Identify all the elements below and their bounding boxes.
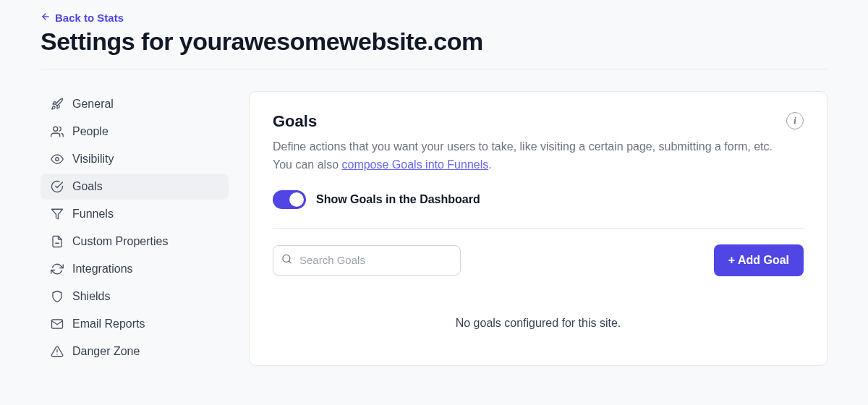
sidebar-item-label: People: [72, 125, 109, 138]
sidebar-item-custom-properties[interactable]: Custom Properties: [41, 229, 229, 255]
arrow-left-icon: [41, 12, 51, 24]
goals-panel: Goals i Define actions that you want you…: [249, 91, 827, 366]
info-icon[interactable]: i: [786, 112, 804, 129]
sidebar-item-label: Funnels: [72, 208, 114, 221]
funnel-icon: [51, 208, 64, 221]
header-divider: [41, 69, 827, 69]
panel-description: Define actions that you want your users …: [273, 138, 793, 174]
sidebar-item-label: Danger Zone: [72, 345, 140, 358]
search-wrap: [273, 245, 461, 276]
panel-title: Goals: [273, 112, 317, 131]
sidebar-item-label: Visibility: [72, 153, 114, 166]
panel-divider: [273, 228, 804, 229]
sidebar-item-shields[interactable]: Shields: [41, 284, 229, 310]
empty-state-text: No goals configured for this site.: [273, 317, 804, 330]
warning-icon: [51, 345, 64, 358]
refresh-icon: [51, 263, 64, 276]
sidebar-item-email-reports[interactable]: Email Reports: [41, 311, 229, 337]
sidebar-item-funnels[interactable]: Funnels: [41, 201, 229, 227]
toggle-knob: [289, 192, 304, 207]
sidebar-item-danger-zone[interactable]: Danger Zone: [41, 338, 229, 364]
check-circle-icon: [51, 180, 64, 193]
svg-line-9: [289, 261, 291, 263]
document-icon: [51, 235, 64, 248]
mail-icon: [51, 317, 64, 331]
sidebar-item-goals[interactable]: Goals: [41, 174, 229, 200]
show-goals-toggle[interactable]: [273, 190, 306, 209]
sidebar-item-label: Goals: [72, 180, 103, 193]
eye-icon: [51, 153, 64, 166]
page-title: Settings for yourawesomewebsite.com: [41, 27, 827, 56]
sidebar-item-people[interactable]: People: [41, 119, 229, 145]
toggle-label: Show Goals in the Dashboard: [316, 193, 480, 206]
people-icon: [51, 125, 64, 138]
compose-funnels-link[interactable]: compose Goals into Funnels: [341, 158, 488, 171]
search-goals-input[interactable]: [273, 245, 461, 276]
sidebar-item-label: Integrations: [72, 263, 133, 276]
rocket-icon: [51, 98, 64, 111]
sidebar-item-label: General: [72, 98, 114, 111]
sidebar-item-label: Shields: [72, 290, 110, 303]
sidebar-item-integrations[interactable]: Integrations: [41, 256, 229, 282]
svg-point-2: [56, 158, 59, 161]
svg-point-1: [54, 127, 58, 131]
sidebar-item-visibility[interactable]: Visibility: [41, 146, 229, 172]
panel-desc-post: .: [488, 158, 491, 171]
add-goal-button[interactable]: + Add Goal: [714, 244, 804, 276]
back-to-stats-link[interactable]: Back to Stats: [41, 12, 124, 24]
sidebar-item-label: Email Reports: [72, 317, 145, 331]
search-icon: [281, 253, 292, 267]
sidebar-item-label: Custom Properties: [72, 235, 169, 248]
sidebar-item-general[interactable]: General: [41, 91, 229, 117]
svg-marker-3: [52, 209, 63, 219]
shield-icon: [51, 290, 64, 303]
settings-sidebar: General People Visibility Goals: [41, 91, 229, 366]
back-link-label: Back to Stats: [55, 12, 124, 24]
